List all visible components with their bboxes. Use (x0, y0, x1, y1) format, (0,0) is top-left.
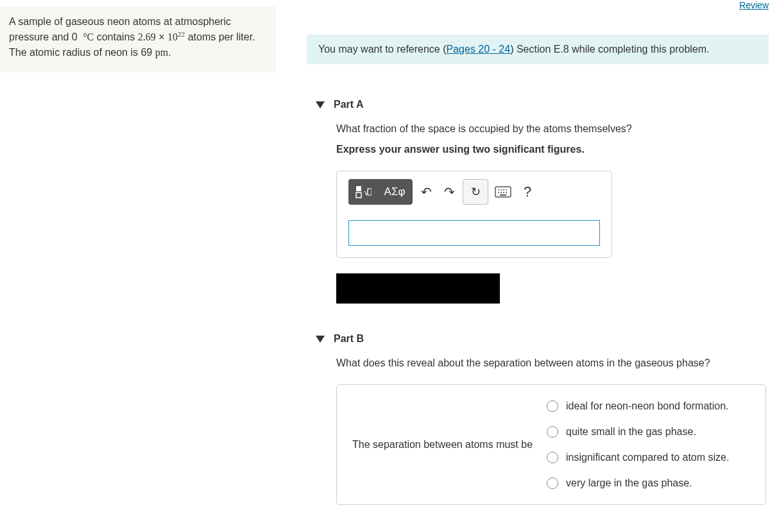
svg-text:√: √ (364, 187, 369, 197)
radio-icon (547, 400, 558, 412)
part-b-stem: The separation between atoms must be (352, 439, 533, 450)
svg-point-8 (506, 189, 507, 191)
problem-statement: A sample of gaseous neon atoms at atmosp… (0, 6, 276, 73)
part-b-body: What does this reveal about the separati… (307, 348, 770, 505)
part-b-title: Part B (334, 333, 364, 345)
option-2-label: insignificant compared to atom size. (566, 452, 729, 463)
chevron-down-icon (316, 101, 325, 108)
hint-prefix: You may want to reference ( (318, 44, 447, 55)
part-b-options: ideal for neon-neon bond formation. quit… (547, 400, 729, 489)
part-a-question: What fraction of the space is occupied b… (336, 123, 770, 135)
option-0-label: ideal for neon-neon bond formation. (566, 400, 729, 412)
part-b-question: What does this reveal about the separati… (336, 357, 770, 369)
greek-button[interactable]: ΑΣφ (377, 179, 413, 205)
keyboard-icon (495, 186, 511, 198)
help-button[interactable]: ? (518, 179, 537, 205)
svg-rect-0 (356, 186, 361, 191)
greek-label: ΑΣφ (384, 185, 406, 198)
svg-point-7 (503, 189, 504, 191)
svg-point-10 (501, 192, 502, 193)
problem-degc: °C (80, 32, 94, 43)
part-b-choices-box: The separation between atoms must be ide… (336, 384, 766, 505)
reset-icon: ↻ (471, 185, 481, 199)
part-b-header[interactable]: Part B (307, 322, 770, 348)
reset-button[interactable]: ↻ (463, 179, 488, 205)
option-0[interactable]: ideal for neon-neon bond formation. (547, 400, 729, 412)
problem-coef: 2.69 (138, 32, 156, 43)
problem-unit: pm (155, 47, 168, 58)
option-3[interactable]: very large in the gas phase. (547, 477, 729, 489)
option-1[interactable]: quite small in the gas phase. (547, 426, 729, 438)
undo-button[interactable]: ↶ (416, 179, 436, 205)
radio-icon (547, 452, 558, 463)
keyboard-button[interactable] (492, 179, 514, 205)
radio-icon (547, 477, 558, 489)
hint-pages-link[interactable]: Pages 20 - 24 (447, 44, 511, 55)
answer-entry-box: √ ΑΣφ ↶ ↷ ↻ (336, 171, 612, 258)
part-a-body: What fraction of the space is occupied b… (307, 114, 770, 304)
redo-icon: ↷ (444, 184, 455, 200)
svg-point-12 (506, 192, 507, 193)
templates-button[interactable]: √ (348, 179, 377, 205)
answer-input[interactable] (348, 220, 600, 246)
svg-point-5 (498, 189, 499, 191)
redo-button[interactable]: ↷ (440, 179, 459, 205)
part-a-title: Part A (334, 99, 364, 110)
hint-box: You may want to reference (Pages 20 - 24… (307, 35, 769, 64)
option-3-label: very large in the gas phase. (566, 477, 692, 489)
problem-text-4: . (168, 47, 171, 58)
answer-toolbar: √ ΑΣφ ↶ ↷ ↻ (348, 179, 600, 205)
radio-icon (547, 426, 558, 438)
part-a-instruction: Express your answer using two significan… (336, 144, 770, 155)
problem-base: 10 (167, 32, 178, 43)
svg-rect-1 (356, 193, 361, 198)
problem-times: × (158, 32, 167, 43)
problem-exp: 22 (178, 30, 185, 38)
option-1-label: quite small in the gas phase. (566, 426, 696, 438)
part-a-header[interactable]: Part A (307, 87, 770, 114)
hint-suffix: ) Section E.8 while completing this prob… (510, 44, 709, 55)
svg-point-9 (498, 192, 499, 193)
problem-text-2: contains (97, 32, 138, 43)
template-icon: √ (355, 185, 372, 199)
redacted-block (336, 273, 500, 304)
chevron-down-icon (316, 336, 325, 343)
undo-icon: ↶ (421, 184, 432, 200)
svg-point-6 (501, 189, 502, 191)
svg-point-11 (503, 192, 504, 193)
option-2[interactable]: insignificant compared to atom size. (547, 452, 729, 463)
help-icon: ? (524, 184, 531, 200)
svg-rect-13 (500, 194, 506, 196)
